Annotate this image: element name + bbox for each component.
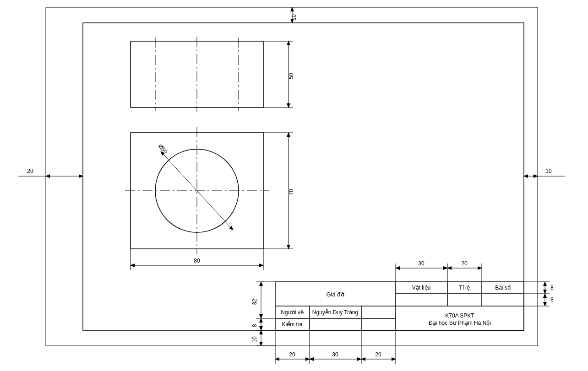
svg-text:20: 20: [375, 351, 381, 358]
svg-text:20: 20: [461, 260, 468, 267]
svg-text:8: 8: [251, 324, 258, 327]
svg-text:8: 8: [550, 296, 554, 303]
top-view: Ø50: [125, 127, 269, 254]
dim-tb-cols: 20 30 20: [275, 330, 396, 364]
svg-text:30: 30: [332, 351, 338, 358]
dim-tb-gap10: 10: [251, 330, 275, 346]
dim-diameter-text: Ø50: [157, 143, 169, 155]
hdr-scale: Tỉ lệ: [459, 285, 469, 291]
dim-margin-left-text: 20: [27, 168, 33, 174]
title-part-name: Giá đỡ: [326, 291, 344, 298]
dim-top-height-text: 70: [288, 189, 294, 195]
hdr-material: Vật liệu: [412, 285, 431, 291]
label-drawn: Người vẽ: [281, 309, 303, 316]
svg-text:32: 32: [251, 299, 258, 305]
dim-front-height-text: 50: [288, 73, 294, 79]
dim-margin-right: 10: [524, 168, 565, 176]
outer-frame: [46, 7, 538, 346]
title-block: Giá đỡ Người vẽ Nguyễn Duy Tráng Kiểm tr…: [275, 282, 524, 330]
svg-text:20: 20: [289, 351, 295, 358]
dim-margin-top: 10: [291, 7, 297, 23]
svg-text:30: 30: [418, 260, 425, 267]
dim-margin-top-text: 10: [291, 14, 297, 21]
svg-text:10: 10: [251, 336, 258, 343]
dim-margin-left: 20: [18, 168, 83, 176]
institution-2: Đại học Sư Phạm Hà Nội: [429, 320, 491, 326]
label-check: Kiểm tra: [282, 321, 302, 328]
dim-tb-row32: 32: [251, 282, 275, 318]
hdr-exercise: Bài số: [495, 285, 511, 291]
value-drawn: Nguyễn Duy Tráng: [312, 309, 358, 316]
dim-tb-rrows: 8 8: [524, 282, 554, 306]
svg-text:8: 8: [550, 285, 554, 291]
dim-top-width-text: 80: [194, 258, 200, 264]
dim-margin-right-text: 10: [545, 168, 552, 174]
dim-front-height: 50: [263, 41, 294, 108]
technical-drawing: 10 20 10 50 Ø50: [0, 0, 588, 371]
dim-tb-row8: 8: [251, 318, 275, 330]
dim-tb-rcols: 30 20: [396, 260, 482, 282]
front-view: [131, 37, 263, 112]
inner-frame: [83, 23, 524, 330]
institution-1: K70A SPKT: [445, 312, 474, 319]
